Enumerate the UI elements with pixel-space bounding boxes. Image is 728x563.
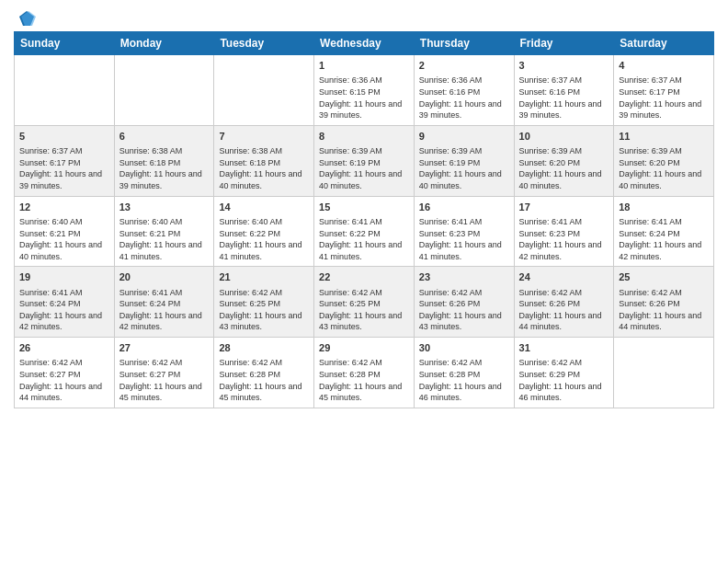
day-number: 12 [19,201,109,214]
day-cell: 5Sunrise: 6:37 AM Sunset: 6:17 PM Daylig… [15,125,115,196]
day-info: Sunrise: 6:42 AM Sunset: 6:26 PM Dayligh… [419,287,509,333]
day-cell [214,55,314,126]
day-cell: 30Sunrise: 6:42 AM Sunset: 6:28 PM Dayli… [414,338,514,408]
page: SundayMondayTuesdayWednesdayThursdayFrid… [0,0,728,563]
day-cell [114,55,214,126]
day-number: 6 [119,130,210,144]
day-info: Sunrise: 6:39 AM Sunset: 6:20 PM Dayligh… [519,145,609,191]
day-info: Sunrise: 6:42 AM Sunset: 6:27 PM Dayligh… [119,357,210,403]
col-header-saturday: Saturday [614,32,714,55]
day-number: 28 [219,341,309,355]
day-cell: 14Sunrise: 6:40 AM Sunset: 6:22 PM Dayli… [214,196,314,267]
week-row-3: 12Sunrise: 6:40 AM Sunset: 6:21 PM Dayli… [15,196,714,267]
day-info: Sunrise: 6:42 AM Sunset: 6:29 PM Dayligh… [519,357,609,403]
col-header-tuesday: Tuesday [214,32,314,55]
day-number: 4 [619,59,709,73]
header [14,9,714,24]
day-info: Sunrise: 6:39 AM Sunset: 6:20 PM Dayligh… [619,145,709,191]
day-info: Sunrise: 6:42 AM Sunset: 6:25 PM Dayligh… [219,287,309,333]
day-info: Sunrise: 6:42 AM Sunset: 6:27 PM Dayligh… [19,357,109,403]
calendar: SundayMondayTuesdayWednesdayThursdayFrid… [14,31,714,408]
day-cell: 16Sunrise: 6:41 AM Sunset: 6:23 PM Dayli… [414,196,514,267]
day-number: 10 [519,130,609,144]
week-row-5: 26Sunrise: 6:42 AM Sunset: 6:27 PM Dayli… [15,338,714,408]
day-info: Sunrise: 6:41 AM Sunset: 6:24 PM Dayligh… [119,287,210,333]
calendar-header-row: SundayMondayTuesdayWednesdayThursdayFrid… [15,32,714,55]
day-number: 23 [419,270,509,284]
day-number: 18 [619,201,709,214]
day-number: 3 [519,59,609,73]
day-number: 19 [19,270,109,284]
col-header-friday: Friday [514,32,614,55]
day-number: 5 [19,130,109,144]
day-info: Sunrise: 6:39 AM Sunset: 6:19 PM Dayligh… [419,145,509,191]
day-cell: 29Sunrise: 6:42 AM Sunset: 6:28 PM Dayli… [314,338,415,408]
day-number: 2 [419,59,509,73]
day-number: 25 [619,270,709,284]
day-number: 15 [319,201,409,214]
col-header-wednesday: Wednesday [314,32,415,55]
week-row-1: 1Sunrise: 6:36 AM Sunset: 6:15 PM Daylig… [15,55,714,126]
day-info: Sunrise: 6:40 AM Sunset: 6:22 PM Dayligh… [219,216,309,262]
day-number: 21 [219,270,309,284]
day-number: 29 [319,341,409,355]
day-cell: 4Sunrise: 6:37 AM Sunset: 6:17 PM Daylig… [614,55,714,126]
day-cell: 11Sunrise: 6:39 AM Sunset: 6:20 PM Dayli… [614,125,714,196]
col-header-monday: Monday [114,32,214,55]
day-number: 31 [519,341,609,355]
day-cell: 15Sunrise: 6:41 AM Sunset: 6:22 PM Dayli… [314,196,415,267]
day-cell: 9Sunrise: 6:39 AM Sunset: 6:19 PM Daylig… [414,125,514,196]
logo-text [14,9,36,28]
col-header-sunday: Sunday [15,32,115,55]
day-number: 14 [219,201,309,214]
day-number: 26 [19,341,109,355]
day-number: 11 [619,130,709,144]
day-number: 30 [419,341,509,355]
day-number: 27 [119,341,210,355]
day-cell: 27Sunrise: 6:42 AM Sunset: 6:27 PM Dayli… [114,338,214,408]
day-info: Sunrise: 6:40 AM Sunset: 6:21 PM Dayligh… [119,216,210,262]
day-info: Sunrise: 6:41 AM Sunset: 6:24 PM Dayligh… [19,287,109,333]
day-cell: 28Sunrise: 6:42 AM Sunset: 6:28 PM Dayli… [214,338,314,408]
day-info: Sunrise: 6:41 AM Sunset: 6:23 PM Dayligh… [419,216,509,262]
day-cell: 22Sunrise: 6:42 AM Sunset: 6:25 PM Dayli… [314,267,415,338]
day-number: 17 [519,201,609,214]
day-info: Sunrise: 6:38 AM Sunset: 6:18 PM Dayligh… [219,145,309,191]
day-cell: 10Sunrise: 6:39 AM Sunset: 6:20 PM Dayli… [514,125,614,196]
day-cell: 31Sunrise: 6:42 AM Sunset: 6:29 PM Dayli… [514,338,614,408]
day-number: 8 [319,130,409,144]
day-cell: 17Sunrise: 6:41 AM Sunset: 6:23 PM Dayli… [514,196,614,267]
day-info: Sunrise: 6:42 AM Sunset: 6:26 PM Dayligh… [619,287,709,333]
day-cell: 3Sunrise: 6:37 AM Sunset: 6:16 PM Daylig… [514,55,614,126]
day-number: 24 [519,270,609,284]
day-cell: 21Sunrise: 6:42 AM Sunset: 6:25 PM Dayli… [214,267,314,338]
day-cell: 24Sunrise: 6:42 AM Sunset: 6:26 PM Dayli… [514,267,614,338]
day-number: 20 [119,270,210,284]
day-info: Sunrise: 6:40 AM Sunset: 6:21 PM Dayligh… [19,216,109,262]
day-cell: 8Sunrise: 6:39 AM Sunset: 6:19 PM Daylig… [314,125,415,196]
day-cell: 2Sunrise: 6:36 AM Sunset: 6:16 PM Daylig… [414,55,514,126]
day-info: Sunrise: 6:42 AM Sunset: 6:28 PM Dayligh… [219,357,309,403]
day-number: 7 [219,130,309,144]
day-number: 16 [419,201,509,214]
day-cell [614,338,714,408]
day-info: Sunrise: 6:42 AM Sunset: 6:28 PM Dayligh… [319,357,409,403]
day-cell: 13Sunrise: 6:40 AM Sunset: 6:21 PM Dayli… [114,196,214,267]
day-info: Sunrise: 6:41 AM Sunset: 6:22 PM Dayligh… [319,216,409,262]
day-cell: 12Sunrise: 6:40 AM Sunset: 6:21 PM Dayli… [15,196,115,267]
week-row-2: 5Sunrise: 6:37 AM Sunset: 6:17 PM Daylig… [15,125,714,196]
day-number: 9 [419,130,509,144]
day-cell [15,55,115,126]
logo [14,9,36,24]
day-cell: 19Sunrise: 6:41 AM Sunset: 6:24 PM Dayli… [15,267,115,338]
day-cell: 23Sunrise: 6:42 AM Sunset: 6:26 PM Dayli… [414,267,514,338]
day-info: Sunrise: 6:38 AM Sunset: 6:18 PM Dayligh… [119,145,210,191]
day-info: Sunrise: 6:37 AM Sunset: 6:17 PM Dayligh… [619,75,709,121]
day-info: Sunrise: 6:42 AM Sunset: 6:25 PM Dayligh… [319,287,409,333]
day-info: Sunrise: 6:42 AM Sunset: 6:26 PM Dayligh… [519,287,609,333]
day-number: 22 [319,270,409,284]
day-info: Sunrise: 6:41 AM Sunset: 6:24 PM Dayligh… [619,216,709,262]
day-cell: 26Sunrise: 6:42 AM Sunset: 6:27 PM Dayli… [15,338,115,408]
day-cell: 6Sunrise: 6:38 AM Sunset: 6:18 PM Daylig… [114,125,214,196]
day-info: Sunrise: 6:39 AM Sunset: 6:19 PM Dayligh… [319,145,409,191]
